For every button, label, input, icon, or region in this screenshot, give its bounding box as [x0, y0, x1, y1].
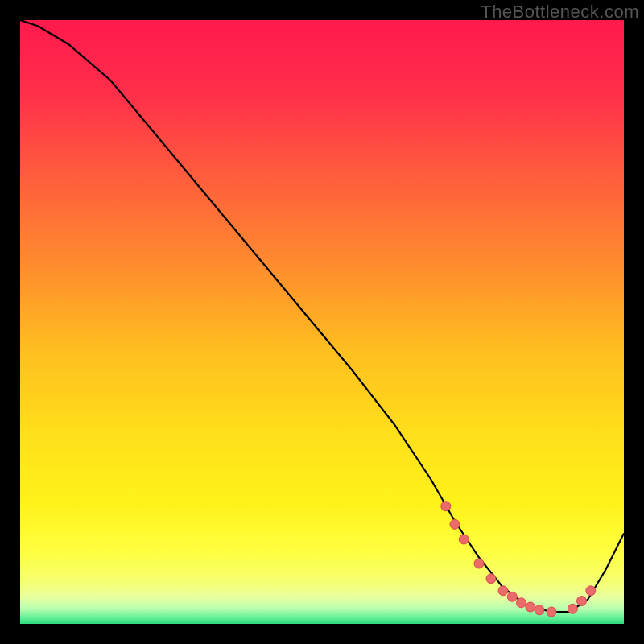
- highlight-dot: [486, 574, 496, 584]
- highlight-dot: [586, 586, 596, 596]
- plot-area: [20, 20, 624, 624]
- chart-frame: TheBottleneck.com: [0, 0, 644, 644]
- highlight-dot: [450, 519, 460, 529]
- highlight-dot: [577, 597, 587, 606]
- highlight-dot: [459, 535, 469, 544]
- highlight-dot: [526, 602, 535, 612]
- plot-svg: [20, 20, 624, 624]
- highlight-dot: [507, 592, 517, 601]
- highlight-dot: [517, 598, 526, 608]
- highlight-dot: [547, 607, 556, 617]
- highlight-dot: [498, 586, 508, 596]
- highlight-dot: [474, 559, 484, 568]
- highlight-dot: [535, 605, 544, 615]
- highlight-dot: [441, 502, 451, 511]
- watermark-text: TheBottleneck.com: [481, 2, 639, 23]
- highlight-dot: [568, 604, 577, 613]
- gradient-rect: [20, 20, 624, 624]
